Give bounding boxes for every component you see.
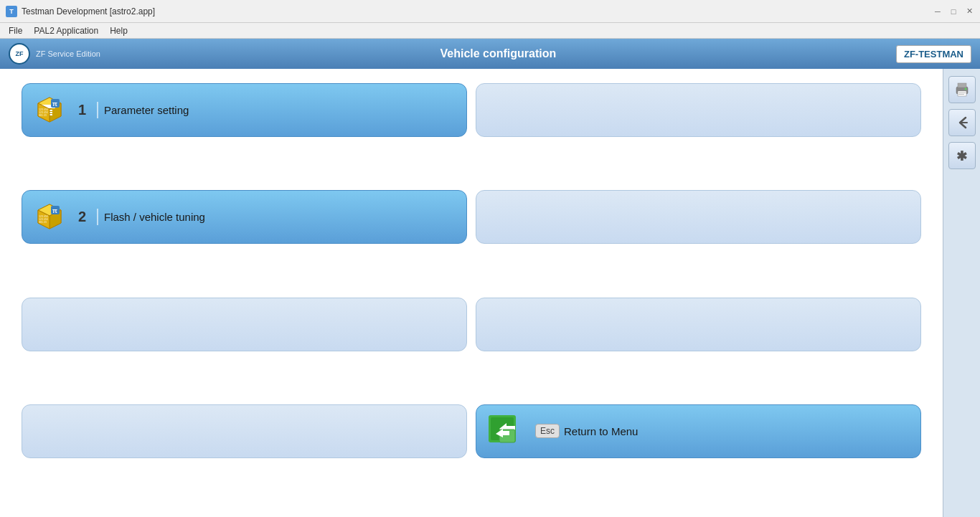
- empty-right-2: [476, 190, 921, 244]
- param-setting-button[interactable]: ID 123 456 123 456 901 23 π 1 Par: [22, 83, 467, 137]
- svg-rect-29: [958, 83, 966, 87]
- menu-help[interactable]: Help: [104, 24, 133, 37]
- zf-logo: ZF: [9, 43, 30, 65]
- flash-tuning-icon: 123 456 123 456 901 23 π: [31, 197, 71, 237]
- svg-rect-31: [958, 93, 966, 93]
- svg-text:π: π: [52, 100, 57, 108]
- return-label: Return to Menu: [564, 425, 638, 437]
- window-title: Testman Development [astro2.app]: [22, 6, 155, 16]
- menu-bar: File PAL2 Application Help: [0, 23, 980, 39]
- empty-left-4: [22, 404, 467, 458]
- asterisk-icon: ✱: [954, 148, 970, 163]
- empty-right-3: [476, 298, 921, 351]
- minimize-button[interactable]: ─: [933, 6, 943, 16]
- app-header: ZF ZF Service Edition Vehicle configurat…: [0, 39, 980, 69]
- param-setting-number: 1: [78, 102, 98, 118]
- flash-tuning-button[interactable]: 123 456 123 456 901 23 π 2 Flash / vehic…: [22, 190, 467, 244]
- close-button[interactable]: ✕: [964, 6, 974, 16]
- param-setting-icon: ID 123 456 123 456 901 23 π: [31, 90, 71, 131]
- window-controls[interactable]: ─ □ ✕: [933, 6, 974, 16]
- svg-rect-32: [958, 94, 964, 95]
- content-area: ID 123 456 123 456 901 23 π 1 Par: [0, 69, 943, 517]
- back-icon: [954, 115, 970, 131]
- flash-tuning-label: Flash / vehicle tuning: [104, 211, 205, 223]
- svg-text:✱: ✱: [956, 149, 967, 163]
- app-header-left: ZF ZF Service Edition: [9, 43, 100, 65]
- title-bar: T Testman Development [astro2.app] ─ □ ✕: [0, 0, 980, 23]
- right-sidebar: ✱: [943, 69, 980, 517]
- title-bar-left: T Testman Development [astro2.app]: [6, 6, 155, 17]
- return-to-menu-button[interactable]: Esc Return to Menu: [476, 404, 921, 458]
- flash-tuning-number: 2: [78, 209, 98, 225]
- asterisk-button[interactable]: ✱: [948, 142, 976, 169]
- brand-logo: ZF-TESTMAN: [896, 45, 971, 63]
- return-icon: [485, 409, 528, 452]
- app-header-title: Vehicle configuration: [100, 47, 896, 60]
- svg-point-33: [964, 88, 966, 90]
- empty-left-3: [22, 298, 467, 351]
- param-setting-label: Parameter setting: [104, 104, 189, 116]
- print-button[interactable]: [948, 76, 976, 103]
- return-label-group: Esc Return to Menu: [535, 424, 638, 438]
- svg-text:901 23: 901 23: [39, 114, 47, 117]
- svg-rect-30: [958, 91, 966, 96]
- menu-file[interactable]: File: [3, 24, 28, 37]
- svg-text:π: π: [52, 207, 57, 214]
- esc-badge: Esc: [535, 424, 560, 438]
- print-icon: [954, 82, 970, 98]
- main-content: ID 123 456 123 456 901 23 π 1 Par: [0, 69, 980, 517]
- empty-right-1: [476, 83, 921, 137]
- back-button[interactable]: [948, 109, 976, 136]
- maximize-button[interactable]: □: [948, 6, 958, 16]
- menu-pal2[interactable]: PAL2 Application: [28, 24, 104, 37]
- app-icon: T: [6, 6, 17, 17]
- svg-text:901 23: 901 23: [39, 221, 47, 224]
- app-subtitle: ZF Service Edition: [36, 49, 100, 58]
